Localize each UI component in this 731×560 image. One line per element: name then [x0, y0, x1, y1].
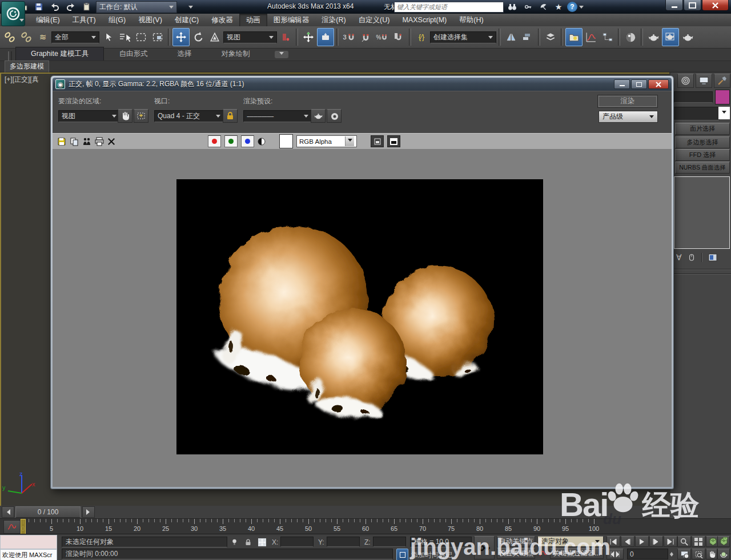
viewport-select-dropdown[interactable]: Quad 4 - 正交 [154, 110, 224, 122]
environment-effects-button[interactable] [327, 109, 342, 123]
menu-rendering[interactable]: 渲染(R) [315, 14, 352, 26]
edit-region-button[interactable] [118, 109, 132, 123]
blue-channel-button[interactable] [241, 135, 254, 147]
edit-named-selection-sets-button[interactable]: {⁄} [413, 29, 429, 46]
channel-display-dropdown[interactable]: RGB Alpha [296, 135, 357, 147]
select-object-button[interactable] [100, 29, 116, 46]
select-and-manipulate-button[interactable] [300, 29, 316, 46]
reference-coordinate-dropdown[interactable]: 视图 [223, 31, 277, 43]
time-configuration-button[interactable] [677, 549, 691, 559]
ribbon-tab-freeform[interactable]: 自由形式 [104, 47, 162, 61]
redo-button[interactable] [64, 1, 78, 13]
menu-animation[interactable]: 动画 [239, 14, 267, 26]
modifier-patch-select-button[interactable]: 面片选择 [675, 123, 730, 135]
render-preset-dropdown[interactable]: -------------------- [243, 110, 312, 122]
zoom-region-button[interactable] [692, 549, 705, 559]
unlink-selection-button[interactable] [18, 29, 34, 46]
favorites-star-icon[interactable]: ★ [552, 1, 565, 13]
rfw-title-bar[interactable]: ◉ 正交, 帧 0, 显示 Gamma: 2.2, RGBA 颜色 16 位/通… [53, 78, 672, 91]
auto-key-button[interactable]: 自动关键点 [497, 536, 535, 547]
modifier-ffd-select-button[interactable]: FFD 选择 [675, 149, 730, 161]
mini-curve-editor-button[interactable] [3, 520, 21, 534]
render-production-button[interactable] [680, 29, 696, 46]
modifier-stack-list[interactable] [674, 176, 730, 249]
zoom-all-button[interactable] [692, 536, 705, 547]
panel-tab-polygon-modeling[interactable]: 多边形建模 [5, 61, 49, 72]
rfw-maximize-button[interactable] [631, 79, 647, 89]
viewport-label[interactable]: [+][正交][真 [5, 75, 39, 84]
close-button[interactable] [702, 0, 729, 11]
area-to-render-dropdown[interactable]: 视图 [58, 110, 120, 122]
layers-dialog-button[interactable] [371, 135, 384, 147]
x-coordinate-field[interactable] [280, 537, 314, 547]
copy-image-button[interactable] [70, 137, 79, 146]
open-listener-button[interactable] [396, 549, 408, 560]
key-filter-target-dropdown[interactable]: 选定对象 [537, 536, 604, 547]
graphite-ribbon-toggle-button[interactable] [565, 28, 583, 46]
monochrome-button[interactable] [258, 138, 266, 146]
menu-maxscript[interactable]: MAXScript(M) [396, 14, 453, 26]
ribbon-minimize-button[interactable] [275, 51, 288, 58]
rectangular-selection-region-button[interactable] [133, 29, 149, 46]
frame-spinner[interactable] [668, 549, 674, 559]
object-name-field[interactable] [674, 91, 713, 103]
search-icon[interactable] [505, 1, 519, 13]
subscription-key-icon[interactable] [521, 1, 535, 13]
menu-graph-editors[interactable]: 图形编辑器 [267, 14, 316, 26]
absolute-mode-transform-icon[interactable] [256, 537, 267, 547]
use-pivot-center-button[interactable] [278, 29, 294, 46]
modifier-poly-select-button[interactable]: 多边形选择 [675, 136, 730, 148]
go-to-start-button[interactable] [607, 536, 620, 547]
menu-edit[interactable]: 编辑(E) [30, 14, 66, 26]
menu-create[interactable]: 创建(C) [168, 14, 205, 26]
search-input[interactable] [394, 2, 504, 13]
key-mode-toggle-button[interactable] [607, 549, 624, 559]
next-frame-button[interactable] [82, 506, 95, 518]
select-by-name-button[interactable] [117, 29, 132, 46]
save-file-button[interactable] [32, 1, 46, 13]
zoom-extents-all-button[interactable] [717, 536, 730, 547]
next-key-button[interactable] [649, 536, 663, 547]
play-button[interactable] [635, 536, 649, 547]
minimize-button[interactable] [665, 0, 683, 11]
rfw-minimize-button[interactable] [614, 79, 630, 89]
keyboard-shortcut-override-button[interactable] [317, 28, 334, 46]
object-color-swatch[interactable] [715, 90, 730, 104]
bind-to-space-warp-button[interactable]: ≋ [35, 29, 51, 46]
zoom-button[interactable] [677, 536, 691, 547]
z-coordinate-field[interactable] [373, 537, 406, 547]
menu-views[interactable]: 视图(V) [132, 14, 168, 26]
clear-image-button[interactable] [107, 138, 115, 146]
menu-customize[interactable]: 自定义(U) [352, 14, 396, 26]
curve-editor-button[interactable] [583, 29, 599, 46]
window-crossing-button[interactable] [150, 29, 166, 46]
selection-filter-dropdown[interactable]: 全部 [51, 31, 99, 43]
auto-region-button[interactable] [134, 109, 148, 123]
ribbon-tab-graphite[interactable]: Graphite 建模工具 [15, 47, 104, 61]
current-frame-marker[interactable] [21, 519, 26, 534]
selection-lock-icon[interactable] [242, 537, 254, 547]
modifier-nurbs-select-button[interactable]: NURBS 曲面选择 [675, 162, 730, 174]
set-keys-button[interactable] [474, 536, 495, 559]
background-color-swatch[interactable] [279, 134, 293, 148]
modifier-list-arrow-button[interactable] [718, 107, 730, 119]
ribbon-tab-selection[interactable]: 选择 [162, 47, 206, 61]
utilities-tab-icon[interactable] [714, 74, 730, 88]
current-frame-field[interactable] [627, 549, 668, 559]
named-selection-sets-dropdown[interactable]: 创建选择集 [430, 31, 496, 43]
select-and-rotate-button[interactable] [190, 29, 206, 46]
isolate-selection-icon[interactable] [228, 537, 240, 547]
menu-help[interactable]: 帮助(H) [453, 14, 489, 26]
render-setup-button[interactable] [645, 29, 661, 46]
rendered-frame-window[interactable]: ◉ 正交, 帧 0, 显示 Gamma: 2.2, RGBA 颜色 16 位/通… [50, 75, 674, 489]
render-mode-dropdown[interactable]: 产品级 [599, 111, 658, 123]
spinner-snap-button[interactable] [391, 29, 407, 46]
rfw-close-button[interactable] [648, 79, 669, 89]
modifier-list-dropdown[interactable] [672, 107, 720, 120]
display-tab-icon[interactable] [696, 74, 712, 88]
application-menu-button[interactable] [1, 1, 25, 26]
restore-button[interactable] [684, 0, 701, 11]
viewport-lock-button[interactable] [223, 109, 238, 123]
maxscript-mini-listener-white[interactable]: 欢迎使用 MAXScr [0, 549, 57, 560]
color-correction-button[interactable] [387, 135, 400, 147]
